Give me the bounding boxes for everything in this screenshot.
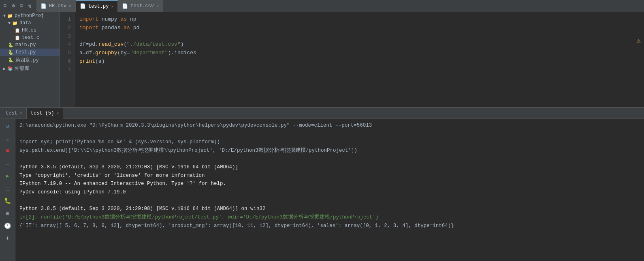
arrow-icon3: ▶ bbox=[3, 66, 6, 71]
console-line-3: sys.path.extend(['D:\\E\\python3数据分析与挖掘建… bbox=[19, 146, 640, 155]
console-line-8: Python 3.8.5 (default, Sep 3 2020, 21:29… bbox=[19, 205, 640, 213]
arrow-icon2: ▼ bbox=[8, 21, 11, 25]
tab-hr-csv-close[interactable]: ✕ bbox=[69, 4, 71, 8]
rerun-icon[interactable]: ↺ bbox=[4, 121, 10, 131]
main-area: ▼ 📁 pythonProj ▼ 📁 data 📋 HR.cs 📋 test.c… bbox=[0, 12, 644, 107]
line-num-2: 2 bbox=[63, 24, 71, 32]
console-line-2: import sys; print('Python %s on %s' % (s… bbox=[19, 138, 640, 146]
console-tab-test-label: test bbox=[6, 110, 17, 116]
tab-bar: ≡ ⊕ ≡ ⇅ 📄 HR.csv ✕ 📄 test.py ✕ 📄 test.cs… bbox=[0, 0, 644, 12]
sidebar-label-main-py: main.py bbox=[15, 42, 36, 48]
line-num-3: 3 bbox=[63, 32, 71, 41]
line-num-5: 5 bbox=[63, 49, 71, 57]
folder-icon2: 📁 bbox=[12, 21, 18, 26]
sidebar-label-pythonproj: pythonProj bbox=[15, 13, 44, 19]
line-num-4: 4 bbox=[63, 40, 71, 49]
run-icon[interactable]: ▶ bbox=[4, 171, 10, 180]
tab-test-csv[interactable]: 📄 test.csv ✕ bbox=[118, 0, 163, 12]
console-line-10: {'IT': array([ 5, 6, 7, 8, 9, 13], dtype… bbox=[19, 222, 640, 230]
sidebar-label-data: data bbox=[19, 20, 31, 26]
console-blank-2 bbox=[19, 155, 640, 163]
line-num-7: 7 bbox=[63, 66, 71, 74]
sidebar-label-test-py: test.py bbox=[15, 49, 36, 55]
console-line-9: In[2]: runfile('D:/E/python3数据分析与挖掘建模/py… bbox=[19, 213, 640, 222]
toolbar-icons: ≡ ⊕ ≡ ⇅ bbox=[2, 2, 33, 10]
console-sidebar: ↺ ⇓ ■ ⇓ ▶ ⬚ 🐛 ⚙ 🕐 + bbox=[0, 119, 15, 261]
sidebar-item-hr-csv[interactable]: 📋 HR.cs bbox=[0, 27, 60, 34]
line-num-6: 6 bbox=[63, 57, 71, 66]
sidebar-label-ext-libs: 外部库 bbox=[15, 65, 29, 72]
csv-file-icon: 📄 bbox=[41, 3, 47, 9]
console-tab-test-close[interactable]: ✕ bbox=[20, 111, 22, 116]
tab-hr-csv[interactable]: 📄 HR.csv ✕ bbox=[36, 0, 76, 12]
console-tab-test5-close[interactable]: ✕ bbox=[56, 111, 59, 116]
sidebar-label-fourth-py: 第四章.py bbox=[15, 57, 39, 64]
console-line-7: PyDev console: using IPython 7.19.0 bbox=[19, 188, 640, 197]
sidebar-item-data[interactable]: ▼ 📁 data bbox=[0, 19, 60, 27]
tab-test-py[interactable]: 📄 test.py ✕ bbox=[76, 0, 118, 12]
add-icon[interactable]: ⊕ bbox=[10, 2, 16, 10]
tab-test-csv-close[interactable]: ✕ bbox=[156, 4, 159, 8]
sidebar-item-pythonproj[interactable]: ▼ 📁 pythonProj bbox=[0, 12, 60, 19]
console-line-1: D:\anaconda\python.exe "D:\PyCharm 2020.… bbox=[19, 121, 640, 130]
ext-libs-icon: 📚 bbox=[7, 66, 13, 71]
console-tab-test5-label: test (5) bbox=[31, 110, 54, 116]
console-blank-3 bbox=[19, 197, 640, 205]
settings-icon[interactable]: ⚙ bbox=[4, 209, 10, 218]
sidebar-item-test-py[interactable]: 🐍 test.py bbox=[0, 49, 60, 56]
stop-icon[interactable]: ■ bbox=[4, 146, 10, 155]
editor-area: 1 2 3 4 5 6 7 import numpy as np import … bbox=[60, 12, 644, 107]
arrow-icon: ▼ bbox=[3, 14, 6, 18]
project-sidebar: ▼ 📁 pythonProj ▼ 📁 data 📋 HR.cs 📋 test.c… bbox=[0, 12, 60, 107]
tab-hr-csv-label: HR.csv bbox=[49, 3, 66, 9]
console-tab-test5[interactable]: test (5) ✕ bbox=[27, 108, 64, 119]
csv-file-icon2: 📄 bbox=[122, 3, 128, 9]
sidebar-item-fourth-py[interactable]: 🐍 第四章.py bbox=[0, 56, 60, 64]
dump-icon[interactable]: ⇓ bbox=[4, 159, 10, 168]
editor-content[interactable]: 1 2 3 4 5 6 7 import numpy as np import … bbox=[60, 12, 644, 107]
console-line-4: Python 3.8.5 (default, Sep 3 2020, 21:29… bbox=[19, 163, 640, 172]
tab-test-csv-label: test.csv bbox=[130, 3, 154, 9]
py-icon2: 🐍 bbox=[8, 50, 14, 55]
list-icon[interactable]: ≡ bbox=[18, 2, 25, 10]
console-blank-1 bbox=[19, 130, 640, 138]
console-tab-bar: test ✕ test (5) ✕ bbox=[0, 108, 644, 119]
console-panel: test ✕ test (5) ✕ ↺ ⇓ ■ ⇓ ▶ ⬚ 🐛 ⚙ 🕐 + D:… bbox=[0, 107, 644, 261]
csv-icon2: 📋 bbox=[15, 35, 20, 40]
csv-icon: 📋 bbox=[15, 28, 20, 33]
sidebar-item-test-csv[interactable]: 📋 test.c bbox=[0, 34, 60, 41]
scroll-end-icon[interactable]: ⇓ bbox=[4, 134, 10, 143]
console-line-6: IPython 7.19.0 -- An enhanced Interactiv… bbox=[19, 180, 640, 188]
line-num-1: 1 bbox=[63, 15, 71, 24]
add-console-icon[interactable]: + bbox=[4, 234, 10, 243]
sidebar-label-test-csv: test.c bbox=[22, 35, 39, 40]
debug-icon[interactable]: 🐛 bbox=[3, 196, 12, 206]
py-icon3: 🐍 bbox=[8, 57, 14, 63]
console-body: ↺ ⇓ ■ ⇓ ▶ ⬚ 🐛 ⚙ 🕐 + D:\anaconda\python.e… bbox=[0, 119, 644, 261]
py-file-icon: 📄 bbox=[80, 3, 86, 9]
sidebar-item-main-py[interactable]: 🐍 main.py bbox=[0, 41, 60, 49]
warning-icon: ⚠ bbox=[637, 36, 641, 45]
code-editor[interactable]: import numpy as np import pandas as pd d… bbox=[75, 12, 644, 107]
console-output[interactable]: D:\anaconda\python.exe "D:\PyCharm 2020.… bbox=[15, 119, 644, 261]
sidebar-label-hr-csv: HR.cs bbox=[22, 28, 36, 33]
history-icon[interactable]: 🕐 bbox=[3, 221, 12, 231]
tab-test-py-close[interactable]: ✕ bbox=[111, 4, 113, 9]
toggle-icon[interactable]: ⬚ bbox=[4, 184, 10, 193]
py-icon: 🐍 bbox=[8, 42, 14, 48]
menu-icon[interactable]: ≡ bbox=[2, 2, 8, 10]
sort-icon[interactable]: ⇅ bbox=[26, 2, 33, 10]
console-line-5: Type 'copyright', 'credits' or 'license'… bbox=[19, 172, 640, 180]
folder-icon: 📁 bbox=[7, 13, 13, 19]
tab-test-py-label: test.py bbox=[88, 4, 109, 9]
console-tab-test[interactable]: test ✕ bbox=[2, 108, 27, 119]
line-numbers: 1 2 3 4 5 6 7 bbox=[60, 12, 75, 107]
sidebar-item-ext-libs[interactable]: ▶ 📚 外部库 bbox=[0, 64, 60, 73]
